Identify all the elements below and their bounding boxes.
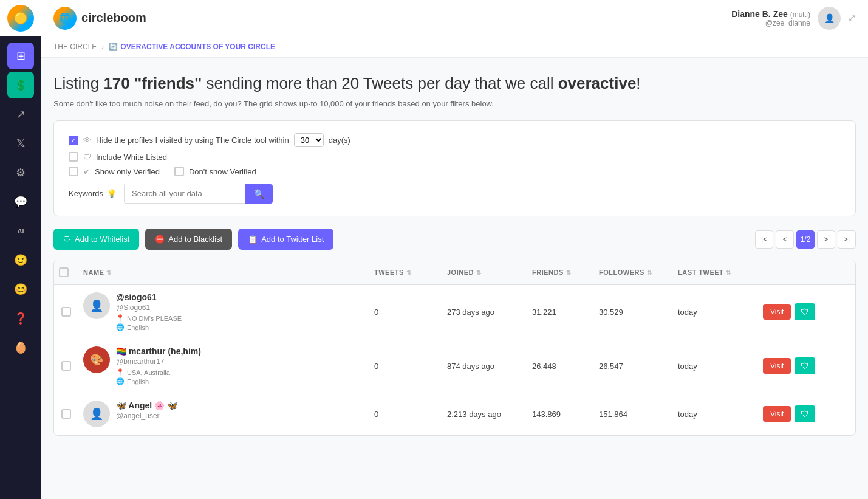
keywords-icon: 💡 bbox=[107, 189, 117, 198]
content: Listing 170 "friends" sending more than … bbox=[41, 58, 868, 499]
table-row: 👤 🦋 Angel 🌸 🦋 @angel_user 0 2.213 days a… bbox=[54, 393, 855, 435]
sort-tweets-icon[interactable]: ⇅ bbox=[406, 269, 412, 276]
title-count: 170 bbox=[103, 74, 129, 92]
sidebar-item-egg[interactable]: 🥚 bbox=[7, 334, 34, 361]
row2-bio: 📍 USA, Australia bbox=[116, 368, 201, 376]
sort-last-tweet-icon[interactable]: ⇅ bbox=[726, 269, 731, 276]
twitter-icon: 𝕏 bbox=[16, 137, 26, 150]
sidebar-logo: 🟡 bbox=[0, 0, 41, 36]
prev-page-button[interactable]: < bbox=[776, 230, 794, 249]
select-all-checkbox[interactable] bbox=[59, 267, 69, 277]
last-page-button[interactable]: >| bbox=[838, 230, 856, 249]
user-name-text: Dianne B. Zee bbox=[731, 9, 788, 19]
days-unit: day(s) bbox=[329, 136, 350, 145]
filter-hide-visited: ✓ 👁 Hide the profiles I visited by using… bbox=[69, 133, 841, 147]
row2-lang: 🌐 English bbox=[116, 377, 201, 385]
days-select[interactable]: 30 bbox=[294, 133, 324, 147]
row1-last-tweet: today bbox=[673, 300, 758, 324]
twitterlist-label: Add to Twitter List bbox=[261, 235, 324, 244]
table-header: NAME ⇅ TWEETS ⇅ JOINED ⇅ FRIENDS ⇅ FOLLO… bbox=[54, 260, 855, 285]
row1-checkbox-cell bbox=[54, 300, 78, 324]
topbar-right: Dianne B. Zee (multi) @zee_dianne 👤 ⤢ bbox=[731, 7, 856, 30]
row2-friends: 26.448 bbox=[527, 354, 594, 378]
row1-actions: Visit 🛡 bbox=[758, 296, 855, 328]
row2-followers: 26.547 bbox=[594, 354, 673, 378]
show-verified-checkbox[interactable] bbox=[69, 167, 78, 176]
table-row: 👤 @siogo61 @Siogo61 📍 NO DM's PLEASE 🌐 E… bbox=[54, 285, 855, 339]
row1-handle: @Siogo61 bbox=[116, 303, 182, 312]
sidebar-item-dollar[interactable]: 💲 bbox=[7, 72, 34, 98]
row3-checkbox[interactable] bbox=[61, 409, 71, 419]
row1-followers: 30.529 bbox=[594, 300, 673, 324]
share-icon: ↗ bbox=[16, 108, 26, 121]
sidebar-item-feedback[interactable]: 💬 bbox=[7, 188, 34, 215]
sidebar-item-ai[interactable]: AI bbox=[7, 218, 34, 244]
row3-shield-button[interactable]: 🛡 bbox=[795, 405, 815, 422]
action-buttons: 🛡 Add to Whitelist ⛔ Add to Blacklist 📋 … bbox=[53, 229, 333, 250]
next-page-button[interactable]: > bbox=[817, 230, 835, 249]
sort-followers-icon[interactable]: ⇅ bbox=[647, 269, 652, 276]
data-table: NAME ⇅ TWEETS ⇅ JOINED ⇅ FRIENDS ⇅ FOLLO… bbox=[53, 260, 856, 436]
table-row: 🎨 🏳️‍🌈 mcarthur (he,him) @bmcarthur17 📍 … bbox=[54, 339, 855, 393]
row3-last-tweet: today bbox=[673, 402, 758, 426]
row2-joined: 874 days ago bbox=[442, 354, 527, 378]
row3-avatar: 👤 bbox=[83, 401, 110, 427]
sort-name-icon[interactable]: ⇅ bbox=[106, 269, 112, 276]
add-to-whitelist-button[interactable]: 🛡 Add to Whitelist bbox=[53, 229, 139, 250]
current-page-button[interactable]: 1/2 bbox=[796, 230, 815, 249]
egg-icon: 🥚 bbox=[14, 341, 27, 354]
add-to-blacklist-button[interactable]: ⛔ Add to Blacklist bbox=[145, 229, 232, 250]
sort-friends-icon[interactable]: ⇅ bbox=[566, 269, 572, 276]
row2-visit-button[interactable]: Visit bbox=[763, 358, 791, 374]
whitelist-icon: 🛡 bbox=[63, 235, 71, 244]
sidebar-item-share[interactable]: ↗ bbox=[7, 101, 34, 128]
row3-screen-name: 🦋 Angel 🌸 🦋 bbox=[116, 401, 177, 410]
sidebar-item-emoji2[interactable]: 😊 bbox=[7, 276, 34, 303]
row1-joined: 273 days ago bbox=[442, 300, 527, 324]
search-input[interactable] bbox=[124, 184, 245, 204]
sidebar-item-help[interactable]: ❓ bbox=[7, 305, 34, 332]
row3-joined: 2.213 days ago bbox=[442, 402, 527, 426]
sort-joined-icon[interactable]: ⇅ bbox=[476, 269, 482, 276]
sidebar-item-grid[interactable]: ⊞ bbox=[7, 43, 34, 69]
title-highlight: overactive bbox=[558, 74, 637, 92]
row1-tweets: 0 bbox=[369, 300, 442, 324]
search-button[interactable]: 🔍 bbox=[245, 184, 273, 204]
row3-checkbox-cell bbox=[54, 402, 78, 426]
blacklist-icon: ⛔ bbox=[155, 235, 165, 244]
breadcrumb-current-text: OVERACTIVE ACCOUNTS OF YOUR CIRCLE bbox=[120, 43, 275, 51]
row1-lang: 🌐 English bbox=[116, 323, 182, 331]
dont-show-verified-checkbox[interactable] bbox=[174, 167, 184, 176]
row2-avatar: 🎨 bbox=[83, 346, 110, 373]
breadcrumb-parent[interactable]: THE CIRCLE bbox=[53, 43, 97, 51]
row1-screen-name: @siogo61 bbox=[116, 292, 182, 302]
sidebar-item-twitter[interactable]: 𝕏 bbox=[7, 130, 34, 157]
action-bar: 🛡 Add to Whitelist ⛔ Add to Blacklist 📋 … bbox=[53, 229, 856, 250]
dollar-icon: 💲 bbox=[14, 78, 27, 92]
th-friends: FRIENDS ⇅ bbox=[527, 260, 594, 284]
row3-user-detail: 🦋 Angel 🌸 🦋 @angel_user bbox=[116, 401, 177, 420]
row1-shield-button[interactable]: 🛡 bbox=[795, 303, 815, 320]
whitelist-label: Add to Whitelist bbox=[75, 235, 129, 244]
include-whitelisted-checkbox[interactable] bbox=[69, 152, 78, 162]
row2-checkbox[interactable] bbox=[61, 361, 71, 371]
first-page-button[interactable]: |< bbox=[755, 230, 773, 249]
row1-visit-button[interactable]: Visit bbox=[763, 304, 791, 320]
row1-checkbox[interactable] bbox=[61, 307, 71, 317]
row1-friends: 31.221 bbox=[527, 300, 594, 324]
topbar-logo: 🌐 circleboom bbox=[53, 7, 146, 30]
row3-handle: @angel_user bbox=[116, 411, 177, 420]
sidebar-item-network[interactable]: ⚙ bbox=[7, 159, 34, 186]
sidebar-item-emoji1[interactable]: 🙂 bbox=[7, 247, 34, 274]
blacklist-label: Add to Blacklist bbox=[168, 235, 222, 244]
row2-shield-button[interactable]: 🛡 bbox=[795, 357, 815, 374]
row3-visit-button[interactable]: Visit bbox=[763, 406, 791, 422]
title-end: ! bbox=[636, 74, 640, 92]
include-whitelisted-label: Include White Listed bbox=[96, 153, 167, 162]
logo-icon: 🟡 bbox=[7, 5, 34, 32]
hide-visited-checkbox[interactable]: ✓ bbox=[69, 136, 78, 145]
title-middle: sending more than 20 Tweets per day that… bbox=[207, 74, 554, 92]
row1-bio-text: NO DM's PLEASE bbox=[127, 315, 182, 322]
expand-icon[interactable]: ⤢ bbox=[848, 12, 856, 24]
add-to-twitterlist-button[interactable]: 📋 Add to Twitter List bbox=[238, 229, 333, 250]
